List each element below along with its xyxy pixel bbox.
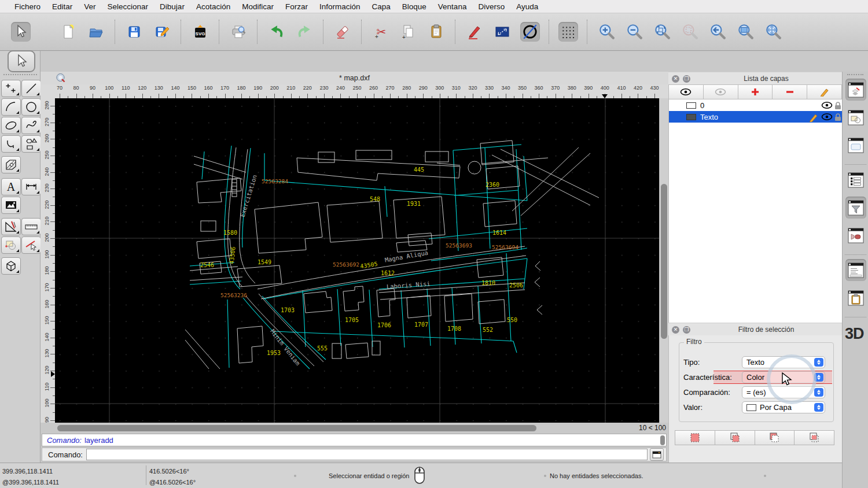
layer-lock-icon[interactable]: [833, 101, 843, 110]
zoom-in-button[interactable]: [597, 22, 616, 42]
filter-select-valor[interactable]: Por Capa: [742, 401, 825, 413]
menu-ver[interactable]: Ver: [78, 2, 101, 11]
v-scroll-thumb[interactable]: [661, 184, 667, 339]
spline-tool-button[interactable]: [21, 117, 41, 134]
modify-tool-button[interactable]: [1, 236, 21, 254]
measure-ruler-tool-button[interactable]: [21, 218, 41, 235]
layer-eye-icon[interactable]: [821, 113, 833, 121]
pan-button[interactable]: [763, 22, 783, 42]
print-preview-button[interactable]: [229, 22, 248, 42]
library-panel-toggle[interactable]: [845, 134, 866, 156]
close-panel-icon[interactable]: ✕: [672, 75, 679, 83]
menu-ayuda[interactable]: Ayuda: [510, 2, 544, 11]
menu-bloque[interactable]: Bloque: [396, 2, 432, 11]
points-tool-button[interactable]: [1, 80, 21, 97]
save-as-button[interactable]: [152, 22, 172, 42]
undo-button[interactable]: [267, 22, 286, 42]
paste-button[interactable]: [426, 22, 446, 42]
line-tool-button[interactable]: [21, 80, 41, 97]
delete-tool-button[interactable]: [21, 236, 41, 254]
save-button[interactable]: [124, 22, 144, 42]
cut-button[interactable]: ✂+: [371, 22, 391, 42]
redo-button[interactable]: [295, 22, 314, 42]
layer-eye-icon[interactable]: [821, 101, 833, 109]
command-panel-toggle-button[interactable]: [650, 448, 664, 461]
zoom-out-button[interactable]: [624, 22, 644, 42]
layers-panel-header: ✕ ❐ Lista de capas: [668, 72, 842, 86]
text-tool-button[interactable]: A: [1, 178, 21, 195]
image-tool-button[interactable]: [1, 197, 21, 214]
new-file-button[interactable]: [58, 22, 78, 42]
menu-forzar[interactable]: Forzar: [279, 2, 314, 11]
solid-3d-tool-button[interactable]: [1, 257, 21, 275]
layer-lock-icon[interactable]: [833, 113, 843, 122]
layers-plus-button[interactable]: [738, 84, 773, 99]
menu-dibujar[interactable]: Dibujar: [154, 2, 190, 11]
detach-panel-icon[interactable]: ❐: [683, 75, 690, 83]
menu-modificar[interactable]: Modificar: [236, 2, 279, 11]
filter-select-intersect-button[interactable]: [795, 430, 834, 445]
zoom-selection-button[interactable]: [680, 22, 700, 42]
shapes-tool-button[interactable]: [21, 135, 41, 153]
layers-pencil-button[interactable]: [807, 84, 842, 99]
menu-informacin[interactable]: Información: [314, 2, 366, 11]
layer-row-0[interactable]: 0: [669, 99, 842, 111]
menu-seleccionar[interactable]: Seleccionar: [102, 2, 155, 11]
zoom-window-button[interactable]: [735, 22, 755, 42]
grid-toggle-button[interactable]: [558, 22, 578, 42]
properties-panel-toggle[interactable]: [845, 169, 866, 191]
zoom-auto-button[interactable]: [652, 22, 672, 42]
blocks-panel-toggle[interactable]: [845, 106, 866, 128]
dimension-tool-button[interactable]: [21, 178, 41, 195]
polyline-tool-button[interactable]: [1, 135, 21, 153]
close-panel-icon[interactable]: ✕: [672, 326, 679, 334]
drawing-canvas[interactable]: 4455481931236015801614254615491612181025…: [55, 98, 659, 423]
filter-field-caracteristica: Característica:Color: [669, 371, 843, 384]
filter-select-new-button[interactable]: [675, 430, 715, 445]
menu-fichero[interactable]: Fichero: [9, 2, 46, 11]
restrict-off-button[interactable]: [520, 22, 540, 42]
selection-pointer-button[interactable]: [11, 22, 31, 42]
distance-tool-button[interactable]: [492, 22, 512, 42]
copy-button[interactable]: +: [399, 22, 418, 42]
selection-filter-panel-toggle[interactable]: [845, 197, 866, 219]
layer-pencil-icon[interactable]: [809, 113, 818, 122]
filter-select-tipo[interactable]: Texto: [742, 356, 825, 368]
selection-tool-button[interactable]: [8, 50, 35, 72]
filter-select-remove-button[interactable]: [755, 430, 795, 445]
palette-handle[interactable]: [3, 74, 37, 75]
menu-diverso[interactable]: Diverso: [472, 2, 510, 11]
canvas-vertical-scrollbar[interactable]: [659, 98, 668, 423]
arc-tool-button[interactable]: [1, 98, 21, 116]
filter-select-caracteristica[interactable]: Color: [742, 371, 825, 383]
draw-pencil-button[interactable]: [465, 22, 484, 42]
history-scroll-thumb[interactable]: [660, 435, 665, 445]
menu-editar[interactable]: Editar: [46, 2, 78, 11]
open-file-button[interactable]: [86, 22, 106, 42]
menu-capa[interactable]: Capa: [366, 2, 396, 11]
svg-export-button[interactable]: SVG: [190, 22, 210, 42]
detach-panel-icon[interactable]: ❐: [683, 326, 690, 334]
command-options-panel-toggle[interactable]: [845, 224, 866, 246]
layers-minus-button[interactable]: [773, 84, 807, 99]
drafting-tool-button[interactable]: [1, 218, 21, 235]
clipboard-panel-toggle[interactable]: [845, 287, 866, 309]
menu-ventana[interactable]: Ventana: [432, 2, 473, 11]
command-input[interactable]: [86, 449, 648, 460]
h-scroll-thumb[interactable]: [57, 425, 536, 431]
layers-eye-button[interactable]: [668, 84, 704, 99]
filter-select-add-button[interactable]: [715, 430, 755, 445]
filter-select-comparacion[interactable]: = (es): [742, 386, 825, 398]
ellipse-tool-button[interactable]: [1, 117, 21, 134]
dock-handle[interactable]: [847, 74, 863, 75]
canvas-horizontal-scrollbar[interactable]: [55, 424, 623, 432]
hatch-tool-button[interactable]: [1, 156, 21, 173]
menu-acotacin[interactable]: Acotación: [190, 2, 236, 11]
layer-row-texto[interactable]: Texto: [669, 111, 842, 123]
eraser-button[interactable]: [333, 22, 352, 42]
circle-tool-button[interactable]: [21, 98, 41, 116]
layers-panel-toggle[interactable]: [845, 79, 866, 101]
zoom-previous-button[interactable]: [708, 22, 727, 42]
command-line-panel-toggle[interactable]: [845, 259, 866, 281]
layers-eye-off-button[interactable]: [704, 84, 738, 99]
